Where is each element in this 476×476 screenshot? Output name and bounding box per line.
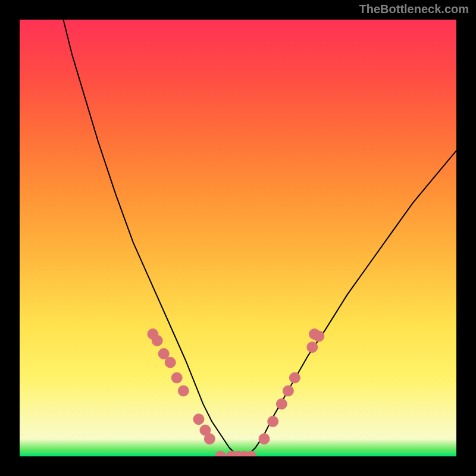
data-marker bbox=[289, 372, 300, 383]
data-marker bbox=[158, 349, 169, 359]
data-marker bbox=[276, 399, 287, 409]
data-marker bbox=[268, 416, 278, 427]
data-marker bbox=[165, 357, 176, 368]
data-marker bbox=[309, 329, 320, 340]
bottleneck-curve bbox=[63, 20, 456, 456]
markers-group bbox=[148, 329, 324, 457]
data-marker bbox=[152, 336, 162, 346]
data-marker bbox=[215, 451, 226, 456]
data-marker bbox=[171, 372, 182, 383]
data-marker bbox=[193, 414, 204, 425]
watermark-text: TheBottleneck.com bbox=[359, 2, 469, 16]
data-marker bbox=[204, 434, 215, 444]
data-marker bbox=[307, 342, 318, 353]
chart-svg bbox=[20, 20, 456, 456]
data-marker bbox=[283, 386, 293, 396]
data-marker bbox=[178, 386, 189, 396]
data-marker bbox=[259, 434, 270, 444]
